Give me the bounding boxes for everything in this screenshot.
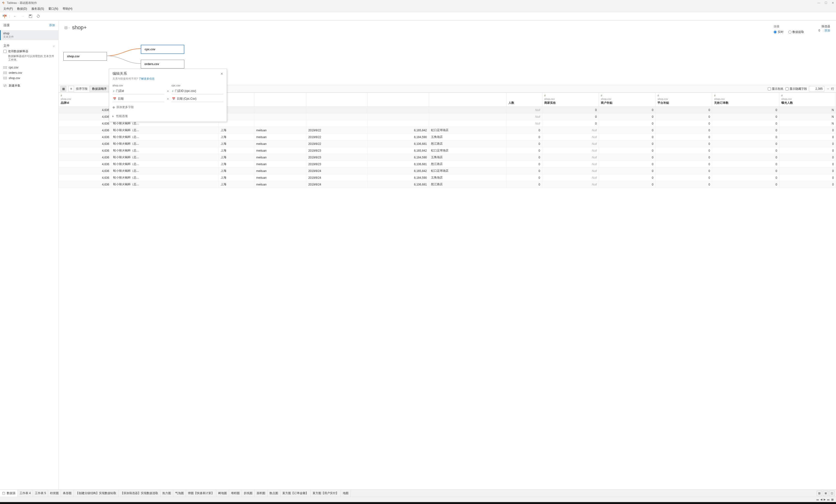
menu-window[interactable]: 窗口(N): [46, 6, 60, 12]
pager-first-icon[interactable]: ⏮: [816, 498, 819, 501]
dialog-subtitle: 关系与联接有何不同?: [113, 77, 138, 80]
sheet-tab[interactable]: 直方图【订单金额】: [280, 490, 310, 497]
table-row[interactable]: 4,636蛙小辣火锅杯（总...上海meituan2019/8/228,184,…: [59, 134, 836, 140]
file-item-orders[interactable]: orders.csv: [3, 70, 55, 75]
column-header[interactable]: [367, 93, 429, 106]
grid-view-button[interactable]: ▦: [60, 86, 66, 92]
table-cell: 2019/8/22: [306, 134, 368, 140]
column-header[interactable]: #shop.csv平台补贴: [656, 93, 712, 106]
new-dashboard-button[interactable]: ⊞: [823, 491, 828, 496]
table-node-orders[interactable]: orders.csv: [141, 60, 184, 69]
column-header[interactable]: #shop.csv曝光人数: [779, 93, 836, 106]
sheet-tab[interactable]: 条形图: [61, 490, 74, 497]
maximize-button[interactable]: ☐: [824, 1, 827, 5]
column-header[interactable]: #shop.csv商户补贴: [599, 93, 656, 106]
table-cell: [306, 106, 368, 113]
new-union-button[interactable]: 新建并集: [3, 83, 55, 89]
column-header[interactable]: [306, 93, 368, 106]
pager-show-tabs-icon[interactable]: ▦: [831, 498, 834, 501]
menu-data[interactable]: 数据(D): [15, 6, 29, 12]
right-field-select[interactable]: 📅日期 (Cpc.Csv): [171, 96, 223, 102]
new-story-button[interactable]: ◫: [829, 491, 835, 496]
datasource-tab[interactable]: 数据源: [0, 490, 18, 497]
pager-prev-icon[interactable]: ◀: [820, 498, 822, 501]
sheet-tab[interactable]: 【创建分级结构】实现数据钻取: [74, 490, 118, 497]
show-hidden-checkbox[interactable]: 显示隐藏字段: [785, 87, 807, 91]
column-header[interactable]: 人数: [507, 93, 542, 106]
datasource-title[interactable]: shop+: [72, 24, 87, 31]
table-row[interactable]: 4,636蛙小辣火锅杯（总...上海meituan2019/8/248,184,…: [59, 174, 836, 181]
table-row[interactable]: 4,636蛙小辣火锅杯（总...上海meituan2019/8/238,106,…: [59, 161, 836, 168]
back-button[interactable]: ←: [12, 14, 18, 19]
table-cell: 0: [599, 120, 656, 127]
table-node-shop[interactable]: shop.csv: [63, 52, 107, 61]
sheet-tab[interactable]: 树地图: [216, 490, 229, 497]
file-item-cpc[interactable]: cpc.csv: [3, 65, 55, 70]
close-button[interactable]: ✕: [832, 1, 834, 5]
table-cell: 4,636: [59, 134, 111, 140]
sheet-tab[interactable]: 折线图: [242, 490, 255, 497]
pager-next-icon[interactable]: ▶: [824, 498, 825, 501]
performance-options-toggle[interactable]: 性能选项: [109, 112, 227, 122]
connection-live-radio[interactable]: 实时: [774, 30, 783, 34]
metadata-view-button[interactable]: ≡: [68, 86, 74, 92]
connection-mode-label: 连接: [774, 24, 804, 28]
table-row[interactable]: 4,636蛙小辣火锅杯（总...上海meituan2019/8/238,184,…: [59, 154, 836, 161]
add-more-fields-button[interactable]: ⊕ 添加更多字段: [109, 103, 227, 112]
file-item-shop[interactable]: shop.csv: [3, 75, 55, 81]
minimize-button[interactable]: —: [817, 1, 820, 5]
learn-more-link[interactable]: 了解更多信息: [139, 77, 155, 80]
connection-extract-radio[interactable]: 数据提取: [788, 30, 804, 34]
table-row[interactable]: 4,636蛙小辣火锅杯（总...上海meituan2019/8/248,165,…: [59, 168, 836, 174]
column-header[interactable]: [254, 93, 306, 106]
forward-button[interactable]: →: [20, 14, 25, 19]
refresh-button[interactable]: [36, 14, 41, 19]
dialog-close-button[interactable]: ✕: [221, 72, 223, 76]
pager-last-icon[interactable]: ⏭: [827, 498, 830, 501]
data-grid[interactable]: #shop.csv品牌idAbcshop.csv品牌名称 人数#shop.csv…: [59, 93, 836, 489]
data-interpreter-checkbox[interactable]: 使用数据解释器: [3, 49, 55, 54]
row-count-input[interactable]: 2,385: [809, 86, 824, 92]
table-row[interactable]: 4,636蛙小辣火锅杯（总...上海meituan2019/8/228,106,…: [59, 140, 836, 147]
table-cell: 8,184,590: [367, 154, 429, 161]
column-header[interactable]: [429, 93, 507, 106]
show-alias-checkbox[interactable]: 显示别名: [768, 87, 783, 91]
table-node-cpc[interactable]: cpc.csv: [141, 45, 184, 54]
sheet-tab[interactable]: 热力图: [160, 490, 173, 497]
sheet-tab[interactable]: 工作表 5: [33, 490, 48, 497]
tableau-start-icon[interactable]: [2, 14, 7, 18]
column-header[interactable]: #shop.csv品牌id: [59, 93, 111, 106]
add-connection-link[interactable]: 添加: [49, 23, 55, 27]
sheet-tab[interactable]: 面积图: [255, 490, 268, 497]
column-header[interactable]: #shop.csv无效订单数: [712, 93, 779, 106]
new-worksheet-button[interactable]: ▥: [817, 491, 822, 496]
sheet-tab[interactable]: 气泡图: [173, 490, 186, 497]
connection-item-shop[interactable]: shop 文本文件: [0, 30, 58, 40]
sheet-tab[interactable]: 柱状图: [48, 490, 61, 497]
menu-help[interactable]: 帮助(H): [61, 6, 75, 12]
svg-rect-3: [2, 2, 3, 2]
left-field-select[interactable]: #门店id: [113, 88, 164, 94]
sheet-tab[interactable]: 工作表 4: [18, 490, 33, 497]
sheet-tab[interactable]: 地图: [341, 490, 351, 497]
arrow-right-icon[interactable]: →: [826, 87, 829, 91]
table-cell: 蛙小辣火锅杯（总...: [111, 147, 218, 154]
menu-server[interactable]: 服务器(S): [30, 6, 46, 12]
table-row[interactable]: 4,636蛙小辣火锅杯（总...上海meituan2019/8/248,106,…: [59, 181, 836, 188]
sheet-tab[interactable]: 堆积图: [229, 490, 242, 497]
right-field-select[interactable]: #门店ID (cpc.csv): [171, 88, 223, 94]
table-row[interactable]: 4,636蛙小辣火锅杯（总...上海meituan2019/8/228,165,…: [59, 127, 836, 134]
left-field-select[interactable]: 📅日期: [113, 96, 164, 102]
sheet-tab[interactable]: 散点图: [268, 490, 280, 497]
column-header[interactable]: #shop.csv商家实收: [542, 93, 599, 106]
connection-type: 文本文件: [3, 35, 56, 39]
add-filter-link[interactable]: 添加: [824, 29, 830, 32]
table-row[interactable]: 4,636蛙小辣火锅杯（总...上海meituan2019/8/238,165,…: [59, 147, 836, 154]
database-icon[interactable]: ⊟ ·: [64, 25, 70, 30]
sheet-tab[interactable]: 直方图【用户实付】: [310, 490, 341, 497]
menu-file[interactable]: 文件(F): [1, 6, 15, 12]
save-button[interactable]: [28, 14, 33, 19]
sheet-tab[interactable]: 饼图【快速表计算】: [186, 490, 216, 497]
sheet-tab[interactable]: 【添加筛选器】实现数据选取: [118, 490, 160, 497]
search-icon[interactable]: ⌕: [53, 44, 55, 47]
